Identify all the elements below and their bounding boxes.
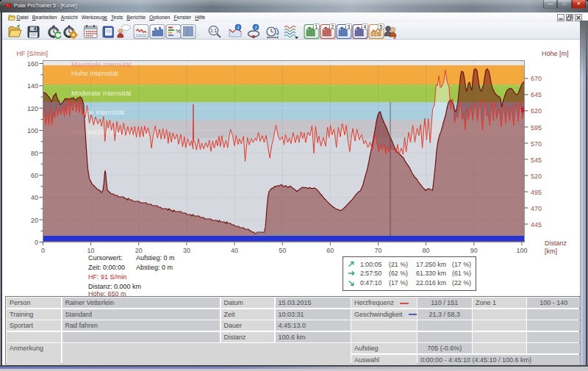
svg-text:1:1: 1:1 [210,28,217,33]
svg-text:61.330 km: 61.330 km [416,270,446,277]
svg-text:100: 100 [516,247,527,254]
svg-text:160: 160 [27,60,38,68]
svg-text:Abstieg: 0 m: Abstieg: 0 m [136,264,173,271]
svg-text:22.016 km: 22.016 km [416,279,446,287]
svg-text:2:57:50: 2:57:50 [360,270,381,277]
svg-text:1: 1 [315,24,318,29]
svg-text:(62 %): (62 %) [389,270,408,277]
svg-text:0:47:10: 0:47:10 [360,279,381,287]
svg-text:Aufstieg: 0 m: Aufstieg: 0 m [136,254,175,262]
svg-text:4: 4 [364,24,367,29]
svg-text:50: 50 [279,247,286,254]
svg-text:1:00:05: 1:00:05 [360,261,381,268]
svg-text:495: 495 [531,189,542,196]
svg-text:70: 70 [374,247,381,254]
svg-text:60: 60 [31,172,38,179]
svg-text:(61 %): (61 %) [452,270,471,277]
svg-text:545: 545 [531,156,542,164]
svg-text:Höhe [m]: Höhe [m] [542,50,569,57]
svg-text:5: 5 [380,24,383,29]
svg-text:80: 80 [423,247,430,254]
svg-text:(17 %): (17 %) [452,261,471,268]
svg-text:620: 620 [531,107,542,115]
svg-text:Distanz: 0.000 km: Distanz: 0.000 km [88,283,141,290]
svg-text:60: 60 [326,247,334,254]
svg-text:10: 10 [87,247,95,254]
svg-text:40: 40 [31,194,38,201]
svg-text:40: 40 [231,247,238,254]
svg-text:Maximale Intensität: Maximale Intensität [71,60,132,68]
svg-text:100: 100 [27,127,38,134]
svg-text:(17 %): (17 %) [389,279,408,287]
svg-text:Zeit: 0:00:00: Zeit: 0:00:00 [88,264,125,271]
svg-text:90: 90 [470,247,478,254]
svg-text:570: 570 [531,140,542,148]
svg-text:Hohe Intensität: Hohe Intensität [71,69,118,77]
svg-text:Cursorwert:: Cursorwert: [88,254,123,262]
svg-text:3: 3 [348,24,351,29]
svg-text:(22 %): (22 %) [452,279,471,287]
svg-text:HF [S/min]: HF [S/min] [17,50,49,57]
svg-text:445: 445 [531,221,542,228]
svg-text:470: 470 [531,205,542,212]
svg-text:645: 645 [531,91,542,98]
svg-text:Distanz: Distanz [545,239,567,247]
svg-text:2: 2 [331,24,334,29]
svg-text:0: 0 [35,239,38,246]
svg-text:120: 120 [27,105,38,112]
svg-text:520: 520 [531,173,542,180]
svg-text:0: 0 [41,247,45,254]
svg-text:140: 140 [27,82,38,90]
svg-text:17.250 km: 17.250 km [416,261,446,268]
svg-text:670: 670 [531,75,542,82]
svg-text:30: 30 [183,247,190,254]
svg-text:20: 20 [135,247,143,254]
svg-text:%: % [176,28,181,35]
svg-text:HF: 91 S/min: HF: 91 S/min [88,273,127,281]
svg-text:[km]: [km] [545,248,557,255]
svg-text:Moderate Intensität: Moderate Intensität [71,89,132,97]
svg-text:(21 %): (21 %) [389,261,408,268]
svg-text:20: 20 [31,217,38,224]
svg-text:595: 595 [531,124,542,132]
svg-text:80: 80 [31,150,38,157]
